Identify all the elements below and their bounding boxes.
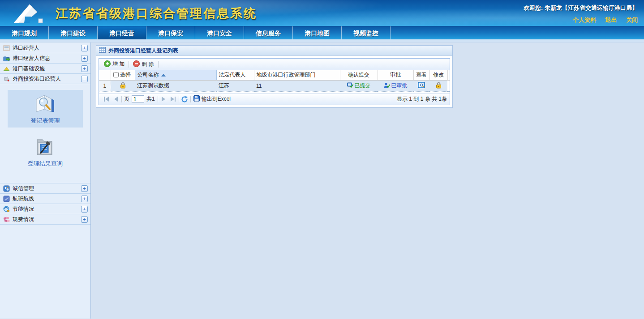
table-header-row: 选择 公司名称 法定代表人 地级市港口行政管理部门 确认提交 审批 查看 [99, 70, 450, 80]
next-page-icon[interactable] [160, 95, 167, 103]
column-label: 查看 [416, 72, 427, 78]
view-icon[interactable] [418, 83, 425, 89]
grid-icon [99, 47, 106, 55]
collapse-toggle-icon[interactable]: − [81, 76, 88, 82]
expand-toggle-icon[interactable]: + [81, 45, 88, 51]
submit-column-header[interactable]: 确认提交 [340, 70, 378, 80]
approved-status-link[interactable]: 已审批 [384, 82, 408, 89]
page-number-input[interactable] [132, 95, 144, 103]
result-query-folder-icon [33, 150, 58, 158]
sidebar-item-port-operators[interactable]: 港口经营人 + [0, 43, 90, 53]
sidebar-item-infrastructure[interactable]: 港口基础设施 + [0, 64, 90, 74]
edit-cell [429, 80, 447, 91]
page-label: 页 [124, 95, 129, 103]
tab-video-monitor[interactable]: 视频监控 [342, 26, 391, 39]
app-title: 江苏省省级港口综合管理信息系统 [56, 5, 257, 21]
sidebar-subitem-label: 登记表管理 [8, 117, 83, 125]
tab-info-service[interactable]: 信息服务 [244, 26, 293, 39]
folder-share-icon [3, 55, 10, 62]
panel-body: 增 加 删 除 [96, 56, 452, 107]
delete-button[interactable]: 删 除 [130, 60, 157, 68]
foreign-investor-icon [3, 76, 10, 82]
sidebar-item-integrity-management[interactable]: 诚信管理 + [0, 183, 90, 194]
select-all-checkbox[interactable] [113, 72, 119, 77]
content-area: 港口经营人 + 港口经营人信息 + 港口基础设施 + 外商投资港口经营人 − [0, 43, 644, 319]
sidebar-item-foreign-investors[interactable]: 外商投资港口经营人 − [0, 74, 90, 84]
tab-port-construction[interactable]: 港口建设 [49, 26, 98, 39]
panel-title-bar: 外商投资港口经营人登记列表 [96, 46, 452, 56]
add-button-label: 增 加 [112, 60, 125, 68]
grid-toolbar: 增 加 删 除 [99, 59, 450, 70]
tab-port-safety[interactable]: 港口安全 [195, 26, 244, 39]
delete-icon [133, 60, 140, 68]
first-page-icon[interactable] [103, 95, 110, 103]
sidebar-item-fees[interactable]: 规费情况 + [0, 214, 90, 225]
total-pages-label: 共1 [146, 95, 155, 103]
energy-icon [3, 206, 10, 213]
company-name-column-header[interactable]: 公司名称 [135, 70, 216, 80]
row-lock-cell [111, 80, 135, 91]
sidebar-expanded-group: 登记表管理 受理结果查询 [0, 84, 90, 183]
sidebar-item-label: 港口经营人信息 [13, 55, 81, 62]
expand-toggle-icon[interactable]: + [81, 55, 88, 62]
sidebar-item-label: 诚信管理 [13, 185, 81, 192]
submitted-status-link[interactable]: 已提交 [347, 82, 371, 89]
city-dept-column-header[interactable]: 地级市港口行政管理部门 [254, 70, 340, 80]
refresh-icon[interactable] [181, 95, 189, 103]
expand-toggle-icon[interactable]: + [81, 216, 88, 223]
flights-icon [3, 196, 10, 202]
profile-link[interactable]: 个人资料 [573, 17, 596, 23]
row-number-cell: 1 [99, 80, 111, 91]
tab-port-operation[interactable]: 港口经营 [98, 26, 146, 39]
sidebar-subitem-registration-form[interactable]: 登记表管理 [8, 90, 83, 128]
sidebar-item-label: 航班航线 [13, 195, 81, 203]
logout-link[interactable]: 退出 [605, 17, 617, 23]
sidebar-subitem-label: 受理结果查询 [8, 160, 83, 168]
export-excel-label: 输出到Excel [202, 95, 231, 103]
main-nav: 港口规划 港口建设 港口经营 港口保安 港口安全 信息服务 港口地图 视频监控 [0, 26, 644, 39]
expand-toggle-icon[interactable]: + [81, 206, 88, 213]
view-column-header[interactable]: 查看 [413, 70, 429, 80]
submitted-status-label: 已提交 [355, 82, 371, 89]
approved-status-label: 已审批 [391, 82, 408, 89]
nav-substrip [0, 39, 644, 43]
last-page-icon[interactable] [169, 95, 177, 103]
column-label: 审批 [390, 72, 401, 78]
filler-column-header [447, 70, 450, 80]
row-number-header [99, 70, 111, 80]
sidebar-item-flights-routes[interactable]: 航班航线 + [0, 194, 90, 204]
registration-list-panel: 外商投资港口经营人登记列表 增 加 [96, 45, 453, 108]
top-banner: 江苏省省级港口综合管理信息系统 欢迎您: 朱新龙【江苏省交通运输厅港口局】 个人… [0, 0, 644, 26]
pagination-bar: 页 共1 [99, 94, 450, 105]
table-row[interactable]: 1 江苏测试数据 江苏 11 [99, 80, 450, 91]
sidebar-item-label: 港口经营人 [13, 44, 81, 52]
export-excel-button[interactable]: 输出到Excel [193, 95, 231, 103]
city-dept-cell: 11 [254, 80, 340, 91]
infrastructure-icon [3, 65, 10, 72]
sidebar-item-label: 规费情况 [13, 216, 81, 223]
sidebar-subitem-result-query[interactable]: 受理结果查询 [8, 133, 83, 170]
filler-cell [447, 80, 450, 91]
add-button[interactable]: 增 加 [101, 60, 128, 68]
add-icon [104, 60, 111, 68]
tab-port-map[interactable]: 港口地图 [293, 26, 342, 39]
approve-column-header[interactable]: 审批 [378, 70, 413, 80]
expand-toggle-icon[interactable]: + [81, 185, 88, 192]
prev-page-icon[interactable] [112, 95, 120, 103]
tab-port-planning[interactable]: 港口规划 [0, 26, 49, 39]
edit-column-header[interactable]: 修改 [429, 70, 447, 80]
toolbar-separator [158, 61, 159, 68]
user-links: 个人资料 退出 关闭 [524, 16, 638, 24]
expand-toggle-icon[interactable]: + [81, 196, 88, 202]
window-icon [3, 45, 10, 51]
legal-rep-column-header[interactable]: 法定代表人 [216, 70, 254, 80]
tab-port-security[interactable]: 港口保安 [146, 26, 195, 39]
welcome-text: 欢迎您: 朱新龙【江苏省交通运输厅港口局】 [524, 4, 638, 12]
sidebar-item-operator-info[interactable]: 港口经营人信息 + [0, 53, 90, 64]
column-label: 修改 [433, 72, 444, 78]
select-column-header[interactable]: 选择 [111, 70, 135, 80]
edit-lock-icon[interactable] [436, 84, 442, 90]
expand-toggle-icon[interactable]: + [81, 65, 88, 72]
close-link[interactable]: 关闭 [626, 17, 638, 23]
sidebar-item-energy-saving[interactable]: 节能情况 + [0, 204, 90, 214]
